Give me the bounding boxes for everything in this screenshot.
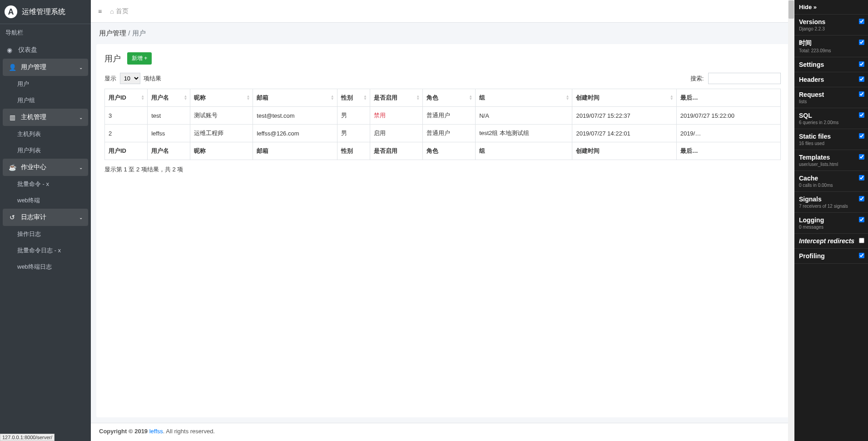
- debug-section-sub: user/user_lists.html: [799, 162, 863, 167]
- th-gender[interactable]: 性别▲▼: [337, 89, 370, 107]
- debug-section-sub: lists: [799, 99, 863, 104]
- debug-section-title: Request: [799, 91, 863, 98]
- sidebar-label-job-center: 作业中心: [21, 163, 46, 171]
- page-title: 用户: [104, 53, 121, 64]
- home-label: 首页: [116, 7, 129, 15]
- cell-created: 2019/07/27 15:22:37: [572, 107, 676, 125]
- sidebar-item-host-mgmt[interactable]: ▥ 主机管理 ⌄: [3, 109, 88, 126]
- search-input[interactable]: [708, 73, 781, 84]
- sidebar-label-host-mgmt: 主机管理: [21, 113, 46, 121]
- debug-section-checkbox[interactable]: [859, 91, 864, 97]
- debug-section-checkbox[interactable]: [859, 154, 864, 160]
- th-email[interactable]: 邮箱▲▼: [253, 89, 337, 107]
- sort-icon: ▲▼: [416, 95, 420, 100]
- scrollbar-thumb[interactable]: [789, 0, 794, 19]
- chevron-down-icon: ⌄: [79, 115, 83, 120]
- debug-section[interactable]: VersionsDjango 2.2.3: [794, 15, 868, 35]
- home-link[interactable]: ⌂ 首页: [110, 7, 128, 15]
- debug-section-checkbox[interactable]: [859, 253, 864, 258]
- sidebar-subitem-groups[interactable]: 用户组: [0, 92, 91, 109]
- th-nickname[interactable]: 昵称▲▼: [190, 89, 253, 107]
- hamburger-icon[interactable]: ≡: [98, 8, 102, 15]
- log-icon: ↺: [8, 214, 16, 221]
- chevron-down-icon: ⌄: [79, 165, 83, 170]
- th-created[interactable]: 创建时间▲▼: [572, 89, 676, 107]
- debug-section[interactable]: Signals7 receivers of 12 signals: [794, 192, 868, 213]
- debug-section-checkbox[interactable]: [859, 175, 864, 180]
- search-control: 搜索:: [690, 73, 781, 84]
- sidebar: A 运维管理系统 导航栏 ◉ 仪表盘 👤 用户管理 ⌄ 用户 用户组 ▥ 主机管…: [0, 0, 91, 441]
- debug-section-checkbox[interactable]: [859, 133, 864, 139]
- nav-header: 导航栏: [0, 24, 91, 41]
- th-last[interactable]: 最后…: [676, 89, 780, 107]
- table-header-row: 用户ID▲▼ 用户名▲▼ 昵称▲▼ 邮箱▲▼ 性别▲▼ 是否启用▲▼ 角色▲▼ …: [105, 89, 781, 107]
- debug-section-checkbox[interactable]: [859, 19, 864, 24]
- sidebar-subitem-host-list[interactable]: 主机列表: [0, 126, 91, 142]
- debug-section[interactable]: Intercept redirects: [794, 234, 868, 249]
- sidebar-item-log-audit[interactable]: ↺ 日志审计 ⌄: [3, 209, 88, 226]
- debug-section-checkbox[interactable]: [859, 217, 864, 222]
- sidebar-subitem-op-log[interactable]: 操作日志: [0, 226, 91, 242]
- sidebar-subitem-web-term-log[interactable]: web终端日志: [0, 259, 91, 275]
- debug-section-checkbox[interactable]: [859, 196, 864, 201]
- sidebar-subitem-batch-cmd[interactable]: 批量命令 - x: [0, 176, 91, 192]
- table-row[interactable]: 2leffss运维工程师leffss@126.com男启用普通用户test2组 …: [105, 125, 781, 142]
- debug-section-title: Signals: [799, 195, 863, 203]
- debug-section[interactable]: 时间Total: 223.09ms: [794, 35, 868, 57]
- debug-section[interactable]: Requestlists: [794, 87, 868, 108]
- debug-section-title: SQL: [799, 112, 863, 119]
- debug-section-checkbox[interactable]: [859, 61, 864, 67]
- dashboard-icon: ◉: [5, 46, 14, 54]
- cell-last: 2019/07/27 15:22:00: [676, 107, 780, 125]
- footer-link[interactable]: leffss: [149, 428, 163, 435]
- debug-section-checkbox[interactable]: [859, 40, 864, 45]
- debug-section-title: 时间: [799, 39, 863, 47]
- debug-section-checkbox[interactable]: [859, 238, 864, 243]
- cell-nickname: 测试账号: [190, 107, 253, 125]
- cell-username: test: [148, 107, 190, 125]
- debug-hide-button[interactable]: Hide »: [794, 0, 868, 15]
- th-user-id[interactable]: 用户ID▲▼: [105, 89, 148, 107]
- sidebar-subitem-batch-cmd-log[interactable]: 批量命令日志 - x: [0, 242, 91, 259]
- debug-section[interactable]: Cache0 calls in 0.00ms: [794, 171, 868, 192]
- crumb-parent[interactable]: 用户管理: [99, 29, 126, 37]
- th-enabled[interactable]: 是否启用▲▼: [370, 89, 423, 107]
- tf-enabled: 是否启用: [370, 142, 423, 160]
- sidebar-item-dashboard[interactable]: ◉ 仪表盘: [0, 41, 91, 59]
- debug-section-title: Logging: [799, 216, 863, 224]
- breadcrumb: 用户管理 / 用户: [91, 23, 794, 44]
- cell-gender: 男: [337, 125, 370, 142]
- cell-gender: 男: [337, 107, 370, 125]
- sidebar-subitem-users[interactable]: 用户: [0, 76, 91, 92]
- add-button[interactable]: 新增 +: [127, 52, 152, 65]
- debug-section[interactable]: Headers: [794, 72, 868, 87]
- sidebar-item-user-mgmt[interactable]: 👤 用户管理 ⌄: [3, 59, 88, 76]
- th-role[interactable]: 角色▲▼: [423, 89, 476, 107]
- debug-section[interactable]: SQL6 queries in 2.00ms: [794, 108, 868, 129]
- users-table: 用户ID▲▼ 用户名▲▼ 昵称▲▼ 邮箱▲▼ 性别▲▼ 是否启用▲▼ 角色▲▼ …: [104, 89, 781, 160]
- status-bar: 127.0.0.1:8000/server/: [0, 434, 55, 441]
- sidebar-subitem-user-list[interactable]: 用户列表: [0, 142, 91, 159]
- debug-section-sub: 0 messages: [799, 225, 863, 230]
- brand[interactable]: A 运维管理系统: [0, 0, 91, 24]
- table-info: 显示第 1 至 2 项结果，共 2 项: [104, 165, 781, 174]
- length-control: 显示 10 项结果: [104, 73, 161, 84]
- sort-icon: ▲▼: [246, 95, 250, 100]
- debug-section[interactable]: Logging0 messages: [794, 213, 868, 234]
- debug-section-checkbox[interactable]: [859, 76, 864, 82]
- sidebar-subitem-web-term[interactable]: web终端: [0, 192, 91, 209]
- sidebar-label-user-mgmt: 用户管理: [21, 63, 46, 71]
- table-row[interactable]: 3test测试账号test@test.com男禁用普通用户N/A2019/07/…: [105, 107, 781, 125]
- tf-nickname: 昵称: [190, 142, 253, 160]
- page-length-select[interactable]: 10: [120, 73, 140, 84]
- debug-section-checkbox[interactable]: [859, 112, 864, 118]
- host-icon: ▥: [8, 114, 16, 121]
- th-group[interactable]: 组▲▼: [476, 89, 572, 107]
- scrollbar-track[interactable]: [788, 0, 794, 441]
- debug-section[interactable]: Settings: [794, 57, 868, 72]
- sidebar-item-job-center[interactable]: ☕ 作业中心 ⌄: [3, 159, 88, 176]
- debug-section[interactable]: Profiling: [794, 249, 868, 264]
- debug-section[interactable]: Templatesuser/user_lists.html: [794, 150, 868, 171]
- th-username[interactable]: 用户名▲▼: [148, 89, 190, 107]
- debug-section[interactable]: Static files16 files used: [794, 129, 868, 150]
